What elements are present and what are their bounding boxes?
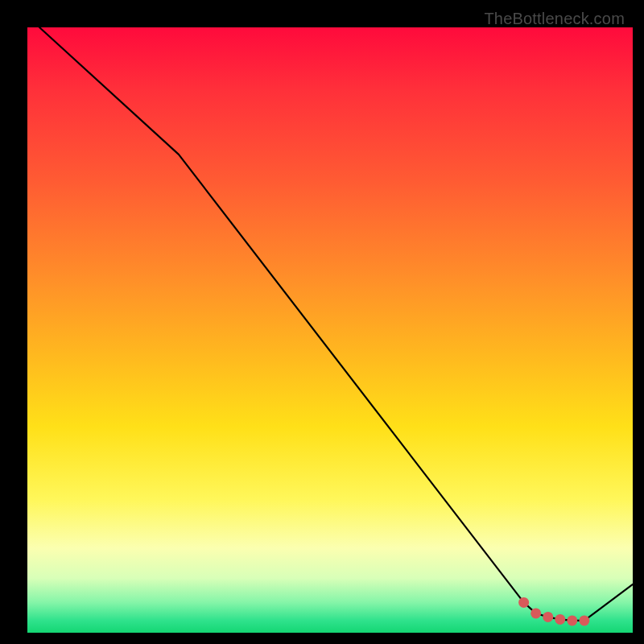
watermark-text: TheBottleneck.com bbox=[484, 10, 625, 28]
highlight-markers bbox=[518, 597, 589, 626]
marker-dot bbox=[567, 615, 577, 625]
curve-line bbox=[39, 27, 633, 621]
marker-dot bbox=[518, 597, 529, 608]
chart-frame: TheBottleneck.com bbox=[8, 8, 636, 636]
marker-dot bbox=[543, 612, 553, 622]
marker-dot bbox=[530, 608, 541, 618]
chart-overlay bbox=[27, 27, 633, 633]
marker-dot bbox=[555, 614, 565, 625]
marker-dot bbox=[579, 615, 589, 625]
